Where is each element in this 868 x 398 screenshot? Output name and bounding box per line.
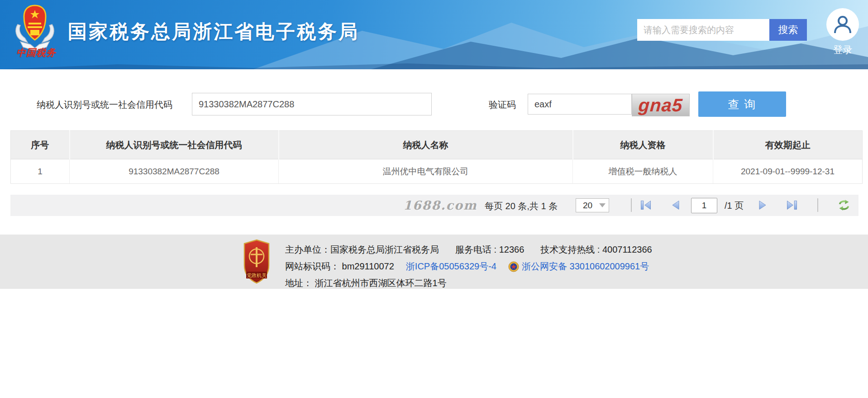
total-pages-label: /1 页 xyxy=(725,200,744,212)
last-page-button[interactable] xyxy=(786,199,798,211)
previous-page-button[interactable] xyxy=(669,199,682,211)
footer-phone: 服务电话 : 12366 xyxy=(455,244,524,256)
gov-agency-badge[interactable]: 党政机关 xyxy=(243,239,271,284)
police-record-link[interactable]: 浙公网安备 33010602009961号 xyxy=(522,260,649,273)
cell-name: 温州优中电气有限公司 xyxy=(279,159,573,184)
taxpayer-id-input[interactable] xyxy=(192,93,432,115)
col-header-qualification: 纳税人资格 xyxy=(573,131,713,159)
col-header-code: 纳税人识别号或统一社会信用代码 xyxy=(70,131,279,159)
col-header-index: 序号 xyxy=(11,131,70,159)
table-row: 1 91330382MA2877C288 温州优中电气有限公司 增值税一般纳税人… xyxy=(11,159,863,184)
login-avatar-circle[interactable] xyxy=(826,8,859,41)
footer-host: 主办单位：国家税务总局浙江省税务局 xyxy=(285,244,439,256)
col-header-validity: 有效期起止 xyxy=(713,131,863,159)
footer-line-3: 地址： 浙江省杭州市西湖区体环二路1号 xyxy=(285,277,447,289)
page-size-dropdown[interactable]: 20 xyxy=(576,198,609,212)
cell-code: 91330382MA2877C288 xyxy=(70,159,279,184)
page-size-value: 20 xyxy=(576,201,599,211)
police-badge-icon xyxy=(508,261,519,272)
col-header-name: 纳税人名称 xyxy=(279,131,573,159)
login-label: 登录 xyxy=(825,43,861,56)
footer-line-2: 网站标识码： bm29110072 浙ICP备05056329号-4 浙公网安备… xyxy=(285,260,649,273)
footer-hotline: 技术支持热线 : 4007112366 xyxy=(540,244,652,256)
cell-validity: 2021-09-01--9999-12-31 xyxy=(713,159,863,184)
pager-divider xyxy=(817,198,818,212)
user-icon xyxy=(832,14,853,35)
site-search-input[interactable] xyxy=(637,19,776,41)
captcha-label: 验证码 xyxy=(489,99,516,111)
refresh-icon[interactable] xyxy=(838,199,850,211)
first-page-button[interactable] xyxy=(639,199,652,211)
watermark: 1688.com xyxy=(403,198,477,212)
captcha-image-text: gna5 xyxy=(638,96,683,114)
query-submit-button[interactable]: 查 询 xyxy=(698,91,786,117)
page: 中国税务 国家税务总局浙江省电子税务局 搜索 登录 纳税人识别号或统一社会信用代… xyxy=(0,0,868,398)
next-page-button[interactable] xyxy=(756,199,769,211)
chevron-down-icon xyxy=(599,203,606,207)
result-table: 序号 纳税人识别号或统一社会信用代码 纳税人名称 纳税人资格 有效期起止 1 9… xyxy=(10,130,863,184)
captcha-image[interactable]: gna5 xyxy=(632,94,690,116)
page-summary: 每页 20 条,共 1 条 xyxy=(485,200,558,212)
icp-license-link[interactable]: 浙ICP备05056329号-4 xyxy=(406,260,496,273)
site-search-button[interactable]: 搜索 xyxy=(769,19,807,41)
cell-qualification: 增值税一般纳税人 xyxy=(573,159,713,184)
logo-caption: 中国税务 xyxy=(14,46,59,59)
gov-badge-label: 党政机关 xyxy=(247,273,267,278)
taxpayer-id-label: 纳税人识别号或统一社会信用代码 xyxy=(37,99,172,111)
pagination-bar: 1688.com 每页 20 条,共 1 条 20 /1 页 xyxy=(10,195,858,216)
page-title: 国家税务总局浙江省电子税务局 xyxy=(68,19,359,44)
table-header-row: 序号 纳税人识别号或统一社会信用代码 纳税人名称 纳税人资格 有效期起止 xyxy=(11,131,863,159)
captcha-input[interactable] xyxy=(528,94,632,115)
footer: 党政机关 主办单位：国家税务总局浙江省税务局 服务电话 : 12366 技术支持… xyxy=(0,235,868,289)
footer-line-1: 主办单位：国家税务总局浙江省税务局 服务电话 : 12366 技术支持热线 : … xyxy=(285,244,652,256)
pager-divider xyxy=(631,198,632,212)
footer-site-code: 网站标识码： bm29110072 xyxy=(285,260,394,273)
header-banner: 中国税务 国家税务总局浙江省电子税务局 搜索 登录 xyxy=(0,0,868,69)
page-number-input[interactable] xyxy=(691,198,717,213)
login-button[interactable]: 登录 xyxy=(825,8,861,56)
footer-address: 地址： 浙江省杭州市西湖区体环二路1号 xyxy=(285,277,447,289)
cell-index: 1 xyxy=(11,159,70,184)
